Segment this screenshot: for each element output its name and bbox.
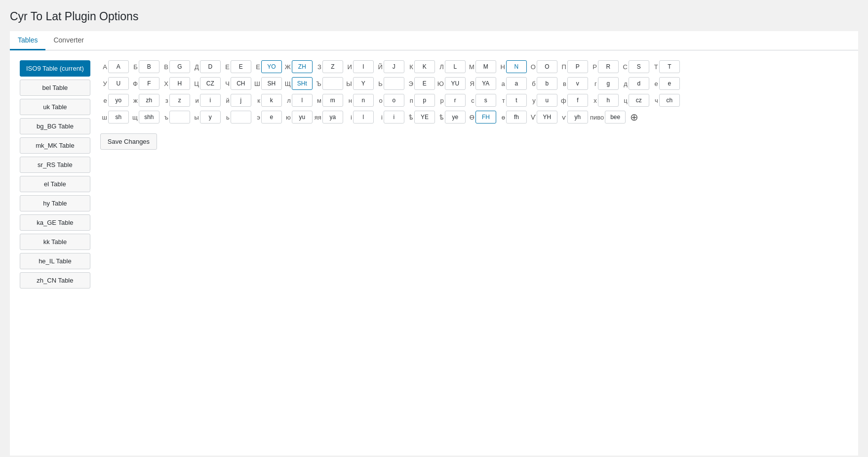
lat-input[interactable] (445, 94, 466, 107)
lat-input[interactable] (414, 111, 435, 124)
tab-converter[interactable]: Converter (45, 31, 91, 50)
lat-input[interactable] (200, 111, 221, 124)
mapping-pair: и (192, 94, 221, 107)
mapping-pair: х (590, 94, 619, 107)
lat-input[interactable] (353, 77, 374, 90)
lat-input[interactable] (629, 94, 649, 107)
lat-input[interactable] (506, 94, 527, 107)
lat-input[interactable] (659, 94, 680, 107)
lat-input[interactable] (475, 111, 496, 124)
cyr-label: г (590, 80, 597, 87)
lat-input[interactable] (353, 111, 374, 124)
lat-input[interactable] (445, 111, 466, 124)
lat-input[interactable] (475, 94, 496, 107)
lat-input[interactable] (598, 94, 619, 107)
lat-input[interactable] (598, 60, 619, 73)
lat-input[interactable] (139, 111, 159, 124)
lat-input[interactable] (629, 77, 649, 90)
sidebar-btn-5[interactable]: sr_RS Table (20, 157, 90, 173)
lat-input[interactable] (537, 111, 557, 124)
lat-input[interactable] (292, 77, 313, 90)
sidebar-btn-9[interactable]: kk Table (20, 234, 90, 250)
lat-input[interactable] (506, 60, 527, 73)
lat-input[interactable] (659, 77, 680, 90)
lat-input[interactable] (445, 77, 466, 90)
sidebar-btn-11[interactable]: zh_CN Table (20, 272, 90, 289)
tab-tables[interactable]: Tables (10, 31, 45, 50)
lat-input[interactable] (231, 77, 251, 90)
mapping-pair: ц (621, 94, 649, 107)
mapping-pair: Э (406, 77, 435, 90)
lat-input[interactable] (169, 60, 190, 73)
sidebar-btn-6[interactable]: el Table (20, 176, 90, 192)
lat-input[interactable] (629, 60, 649, 73)
lat-input[interactable] (567, 111, 588, 124)
lat-input[interactable] (261, 77, 282, 90)
lat-input[interactable] (261, 94, 282, 107)
lat-input[interactable] (231, 94, 251, 107)
lat-input[interactable] (414, 94, 435, 107)
lat-input[interactable] (108, 94, 129, 107)
lat-input[interactable] (200, 60, 221, 73)
sidebar-btn-10[interactable]: he_IL Table (20, 253, 90, 269)
lat-input[interactable] (353, 94, 374, 107)
cyr-label: Э (406, 80, 413, 87)
save-changes-button[interactable]: Save Changes (100, 133, 157, 150)
lat-input[interactable] (169, 77, 190, 90)
lat-input[interactable] (322, 60, 343, 73)
lat-input[interactable] (506, 77, 527, 90)
cyr-label: П (559, 63, 566, 71)
lat-input[interactable] (261, 60, 282, 73)
lat-input[interactable] (292, 60, 313, 73)
lat-input[interactable] (292, 111, 313, 124)
lat-input[interactable] (414, 77, 435, 90)
lat-input[interactable] (108, 111, 129, 124)
lat-input[interactable] (322, 111, 343, 124)
lat-input[interactable] (169, 94, 190, 107)
lat-input[interactable] (475, 77, 496, 90)
mapping-pair: Д (192, 60, 221, 73)
lat-input[interactable] (598, 77, 619, 90)
lat-input[interactable] (384, 94, 404, 107)
sidebar-btn-7[interactable]: hy Table (20, 195, 90, 211)
lat-input[interactable] (384, 77, 404, 90)
lat-input[interactable] (108, 77, 129, 90)
sidebar-btn-1[interactable]: bel Table (20, 80, 90, 96)
lat-input[interactable] (231, 60, 251, 73)
lat-input[interactable] (384, 60, 404, 73)
lat-input[interactable] (475, 60, 496, 73)
lat-input[interactable] (537, 60, 557, 73)
lat-input[interactable] (414, 60, 435, 73)
lat-input[interactable] (567, 77, 588, 90)
lat-input[interactable] (353, 60, 374, 73)
lat-input[interactable] (567, 94, 588, 107)
sidebar-btn-4[interactable]: mk_MK Table (20, 137, 90, 154)
lat-input[interactable] (605, 111, 626, 124)
sidebar-btn-3[interactable]: bg_BG Table (20, 118, 90, 134)
lat-input[interactable] (567, 60, 588, 73)
lat-input[interactable] (322, 77, 343, 90)
sidebar-btn-8[interactable]: ka_GE Table (20, 214, 90, 231)
lat-input[interactable] (537, 77, 557, 90)
cyr-label: Ъ (315, 80, 321, 87)
lat-input[interactable] (231, 111, 251, 124)
lat-input[interactable] (292, 94, 313, 107)
lat-input[interactable] (659, 60, 680, 73)
add-mapping-button[interactable]: ⊕ (628, 111, 640, 124)
lat-input[interactable] (200, 77, 221, 90)
lat-input[interactable] (537, 94, 557, 107)
lat-input[interactable] (169, 111, 190, 124)
lat-input[interactable] (261, 111, 282, 124)
lat-input[interactable] (322, 94, 343, 107)
lat-input[interactable] (139, 77, 159, 90)
lat-input[interactable] (384, 111, 404, 124)
lat-input[interactable] (506, 111, 527, 124)
sidebar-btn-2[interactable]: uk Table (20, 99, 90, 115)
lat-input[interactable] (139, 60, 159, 73)
mapping-pair: б (529, 77, 557, 90)
lat-input[interactable] (139, 94, 159, 107)
lat-input[interactable] (108, 60, 129, 73)
lat-input[interactable] (445, 60, 466, 73)
sidebar-btn-0[interactable]: ISO9 Table (current) (20, 60, 90, 77)
lat-input[interactable] (200, 94, 221, 107)
